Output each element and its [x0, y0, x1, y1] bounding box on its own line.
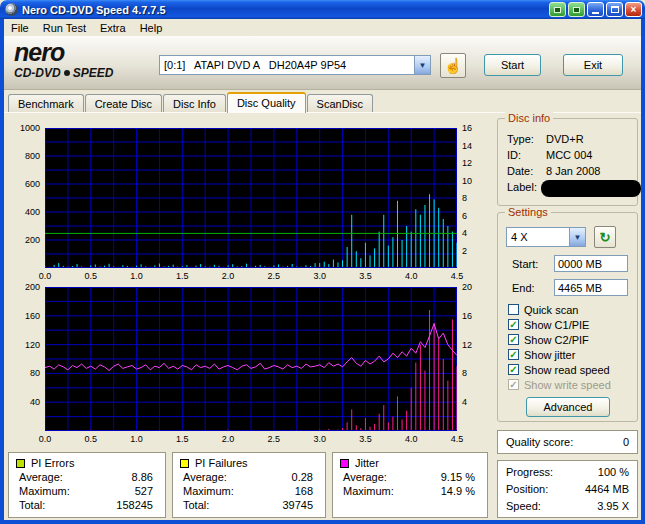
chart-pie-readspeed: 1000800600400200 161412108642 0.00.51.01…: [8, 122, 490, 284]
disc-id-label: ID:: [507, 149, 521, 161]
menu-help[interactable]: Help: [133, 22, 170, 34]
x-axis-tick: 1.0: [125, 434, 149, 444]
right-axis-tick: 4: [462, 228, 467, 238]
menubar: File Run Test Extra Help: [4, 19, 641, 36]
end-label: End:: [512, 282, 535, 294]
stat-box-pi-failures: PI Failures Average:0.28 Maximum:168 Tot…: [172, 452, 326, 518]
disc-id-value: MCC 004: [546, 149, 592, 161]
x-axis-tick: 1.5: [170, 271, 194, 281]
window-title: Nero CD-DVD Speed 4.7.7.5: [22, 4, 549, 16]
disc-date-label: Date:: [507, 165, 533, 177]
refresh-icon: ↻: [600, 230, 611, 245]
disc-date-value: 8 Jan 2008: [546, 165, 600, 177]
drive-combo-value: [0:1] ATAPI DVD A DH20A4P 9P54: [160, 59, 414, 71]
stat-value: 158245: [116, 499, 153, 511]
disc-icon: [64, 70, 70, 76]
left-axis-tick: 600: [25, 179, 40, 189]
checkbox-box[interactable]: [508, 349, 519, 360]
left-axis-tick: 200: [25, 235, 40, 245]
stat-label: Maximum:: [183, 485, 234, 497]
start-field[interactable]: [554, 255, 628, 272]
stat-value: 0.28: [292, 471, 313, 483]
tab-disc-quality[interactable]: Disc Quality: [227, 92, 306, 113]
pie-left-axis: 1000800600400200: [8, 128, 43, 268]
disc-info-title: Disc info: [505, 112, 553, 124]
titlebar-extra-button-1[interactable]: [549, 2, 566, 17]
menu-run-test[interactable]: Run Test: [36, 22, 93, 34]
tab-benchmark[interactable]: Benchmark: [8, 94, 84, 113]
left-axis-tick: 40: [30, 397, 40, 407]
jitter-legend-square: [340, 459, 349, 468]
refresh-speed-button[interactable]: ↻: [594, 226, 616, 248]
pif-plot-area: [45, 287, 457, 431]
advanced-button[interactable]: Advanced: [526, 397, 610, 417]
speed-combo[interactable]: 4 X ▼: [506, 227, 586, 247]
x-axis-tick: 3.0: [308, 434, 332, 444]
left-axis-tick: 200: [25, 282, 40, 292]
left-axis-tick: 800: [25, 151, 40, 161]
right-axis-tick: 2: [462, 246, 467, 256]
pie-plot-area: [45, 128, 457, 268]
speed-value: 3.95 X: [597, 500, 629, 512]
start-label: Start:: [512, 258, 538, 270]
x-axis-tick: 2.5: [262, 271, 286, 281]
capture-icon: [573, 7, 580, 13]
checkbox-quick-scan[interactable]: Quick scan: [508, 303, 578, 316]
logo-text-nero: nero: [14, 40, 113, 65]
left-axis-tick: 1000: [20, 123, 40, 133]
menu-extra[interactable]: Extra: [93, 22, 133, 34]
x-axis-tick: 1.5: [170, 434, 194, 444]
disc-label-label: Label:: [507, 181, 537, 193]
checkbox-show-read-speed[interactable]: Show read speed: [508, 363, 610, 376]
end-field[interactable]: [554, 279, 628, 296]
pi-failures-title: PI Failures: [195, 457, 248, 469]
titlebar-extra-button-2[interactable]: [568, 2, 585, 17]
stat-label: Total:: [19, 499, 45, 511]
x-axis-tick: 2.5: [262, 434, 286, 444]
left-axis-tick: 160: [25, 311, 40, 321]
checkbox-show-c1-pie[interactable]: Show C1/PIE: [508, 318, 589, 331]
checkbox-box[interactable]: [508, 319, 519, 330]
tab-scandisc[interactable]: ScanDisc: [307, 94, 373, 113]
maximize-button[interactable]: [606, 2, 623, 17]
checkbox-label: Show read speed: [524, 364, 610, 376]
stat-value: 14.9 %: [441, 485, 475, 497]
checkbox-label: Show jitter: [524, 349, 575, 361]
eject-button[interactable]: ☝: [440, 53, 466, 78]
right-axis-tick: 8: [462, 193, 467, 203]
exit-button[interactable]: Exit: [563, 54, 623, 76]
checkbox-box[interactable]: [508, 334, 519, 345]
minimize-button[interactable]: [587, 2, 604, 17]
capture-icon: [554, 7, 561, 13]
pi-errors-legend-square: [16, 459, 25, 468]
drive-combo[interactable]: [0:1] ATAPI DVD A DH20A4P 9P54 ▼: [159, 55, 431, 75]
right-axis-tick: 8: [462, 368, 467, 378]
close-button[interactable]: ×: [625, 2, 642, 17]
menu-file[interactable]: File: [4, 22, 36, 34]
stat-value: 39745: [282, 499, 313, 511]
progress-value: 100 %: [598, 466, 629, 478]
x-axis-tick: 4.0: [399, 434, 423, 444]
tab-strip: Benchmark Create Disc Disc Info Disc Qua…: [8, 92, 374, 113]
titlebar[interactable]: Nero CD-DVD Speed 4.7.7.5 ×: [0, 0, 645, 19]
position-value: 4464 MB: [585, 483, 629, 495]
tab-create-disc[interactable]: Create Disc: [85, 94, 162, 113]
tab-disc-info[interactable]: Disc Info: [163, 94, 226, 113]
checkbox-box[interactable]: [508, 304, 519, 315]
pif-left-axis: 2001601208040: [8, 287, 43, 431]
stat-label: Maximum:: [343, 485, 394, 497]
checkbox-box[interactable]: [508, 364, 519, 375]
stat-value: 9.15 %: [441, 471, 475, 483]
stat-value: 527: [135, 485, 153, 497]
window-border-left: [0, 19, 4, 520]
start-button[interactable]: Start: [484, 54, 541, 76]
chevron-down-icon[interactable]: ▼: [569, 228, 585, 246]
x-axis-tick: 2.0: [216, 434, 240, 444]
checkbox-show-jitter[interactable]: Show jitter: [508, 348, 575, 361]
checkbox-show-c2-pif[interactable]: Show C2/PIF: [508, 333, 589, 346]
stat-label: Average:: [19, 471, 63, 483]
checkbox-box: [508, 379, 519, 390]
chevron-down-icon[interactable]: ▼: [414, 56, 430, 74]
right-axis-tick: 14: [462, 141, 472, 151]
hand-icon: ☝: [444, 57, 463, 75]
